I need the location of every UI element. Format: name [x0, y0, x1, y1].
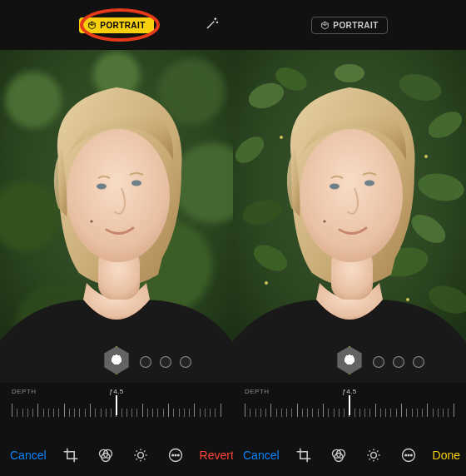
lighting-options[interactable]	[373, 356, 424, 368]
lighting-option[interactable]	[180, 356, 191, 368]
bottom-toolbar: Cancel Done	[233, 434, 466, 476]
screen-left: PORTRAIT	[0, 0, 233, 476]
bottom-toolbar: Cancel Revert	[0, 434, 233, 476]
topbar: PORTRAIT	[0, 0, 233, 50]
cancel-button[interactable]: Cancel	[243, 449, 280, 462]
topbar: PORTRAIT	[233, 0, 466, 50]
cube-icon	[87, 21, 97, 30]
aperture-value: ƒ4.5	[290, 388, 409, 395]
svg-point-9	[67, 129, 170, 262]
more-icon[interactable]	[399, 446, 418, 464]
photo-preview[interactable]	[233, 50, 466, 383]
depth-label: DEPTH	[12, 388, 57, 395]
svg-point-18	[171, 454, 173, 456]
svg-point-32	[335, 64, 364, 82]
svg-point-37	[406, 298, 409, 301]
svg-point-35	[280, 136, 283, 139]
done-button[interactable]: Done	[433, 449, 460, 462]
svg-point-49	[404, 454, 406, 456]
screen-right: PORTRAIT	[233, 0, 466, 476]
depth-control[interactable]: DEPTH ƒ4.5	[0, 383, 233, 434]
depth-slider[interactable]	[12, 399, 221, 420]
depth-control[interactable]: DEPTH ƒ4.5	[233, 383, 466, 434]
svg-point-19	[175, 454, 176, 456]
lighting-option[interactable]	[373, 356, 384, 368]
portrait-lighting-selector[interactable]	[101, 345, 132, 376]
photo-preview[interactable]	[0, 50, 233, 383]
slider-thumb[interactable]	[116, 395, 117, 415]
lighting-option[interactable]	[140, 356, 151, 368]
portrait-label: PORTRAIT	[100, 21, 145, 30]
revert-button[interactable]: Revert	[200, 449, 234, 462]
slider-thumb[interactable]	[349, 395, 350, 415]
lighting-options[interactable]	[140, 356, 191, 368]
filters-icon[interactable]	[97, 446, 115, 464]
magic-wand-icon[interactable]	[205, 16, 220, 34]
svg-point-47	[370, 453, 376, 459]
portrait-toggle[interactable]: PORTRAIT	[311, 17, 387, 34]
crop-icon[interactable]	[295, 446, 313, 464]
svg-point-10	[97, 184, 107, 190]
aperture-value: ƒ4.5	[57, 388, 176, 395]
depth-label: DEPTH	[245, 388, 290, 395]
more-icon[interactable]	[166, 446, 185, 464]
svg-point-40	[300, 129, 403, 262]
depth-slider[interactable]	[245, 399, 454, 420]
svg-point-11	[131, 181, 141, 186]
light-icon[interactable]	[131, 446, 150, 464]
svg-point-16	[137, 453, 143, 459]
svg-point-43	[323, 220, 325, 222]
portrait-label: PORTRAIT	[333, 21, 378, 30]
svg-point-41	[330, 184, 340, 190]
cancel-button[interactable]: Cancel	[10, 449, 47, 462]
crop-icon[interactable]	[62, 446, 80, 464]
portrait-toggle[interactable]: PORTRAIT	[79, 17, 153, 33]
svg-point-51	[410, 454, 412, 456]
cube-icon	[320, 21, 330, 30]
lighting-option[interactable]	[393, 356, 404, 368]
light-icon[interactable]	[364, 446, 383, 464]
svg-point-20	[177, 454, 179, 456]
svg-point-42	[364, 181, 374, 186]
lighting-option[interactable]	[413, 356, 424, 368]
svg-point-50	[408, 454, 409, 456]
svg-point-36	[424, 155, 428, 158]
svg-point-1	[5, 72, 62, 128]
lighting-option[interactable]	[160, 356, 171, 368]
svg-point-38	[265, 281, 268, 285]
portrait-lighting-selector[interactable]	[334, 345, 365, 376]
svg-point-12	[90, 220, 92, 222]
filters-icon[interactable]	[330, 446, 348, 464]
